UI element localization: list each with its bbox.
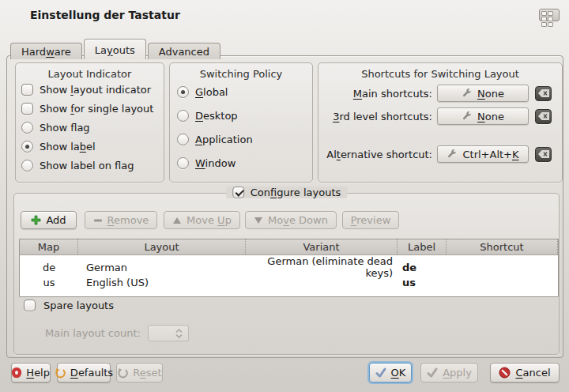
undo-icon-disabled xyxy=(117,368,128,379)
spinner-arrows-icon xyxy=(175,328,183,339)
apply-label: Apply xyxy=(443,367,472,379)
tab-hardware[interactable]: Hardware xyxy=(10,43,82,59)
wrench-icon xyxy=(447,149,458,160)
shortcuts-group: Shortcuts for Switching Layout Main shor… xyxy=(318,62,563,183)
radio-selected[interactable] xyxy=(21,141,33,153)
tab-advanced[interactable]: Advanced xyxy=(148,43,220,59)
keyboard-icon xyxy=(539,9,560,21)
wrench-icon xyxy=(462,88,473,99)
alternative-shortcut-label: Alternative shortcut: xyxy=(323,149,432,160)
preview-button: Preview xyxy=(342,211,399,229)
check-icon xyxy=(375,368,386,378)
checkbox[interactable] xyxy=(24,300,36,311)
alternative-shortcut-button[interactable]: Ctrl+Alt+K xyxy=(437,145,529,163)
layouts-table: Map Layout Variant Label Shortcut de Ger… xyxy=(19,239,559,297)
page-title: Einstellung der Tastatur xyxy=(30,9,180,21)
main-layout-count-spinner xyxy=(148,325,189,341)
cell-map: us xyxy=(20,277,78,288)
add-button[interactable]: Add xyxy=(21,211,77,229)
radio[interactable] xyxy=(177,134,189,145)
layouts-tab-panel: Layout Indicator Show layout indicator S… xyxy=(6,55,563,358)
defaults-label: Defaults xyxy=(70,367,113,379)
spare-layouts-toggle[interactable]: Spare layouts xyxy=(24,300,114,311)
apply-button: Apply xyxy=(420,363,478,383)
ok-button[interactable]: OK xyxy=(369,363,412,383)
option-label: Global xyxy=(195,86,228,98)
option-label: Application xyxy=(195,134,253,145)
reset-label: Reset xyxy=(133,367,161,379)
check-icon-disabled xyxy=(427,368,438,378)
third-level-shortcuts-button[interactable]: None xyxy=(437,107,529,125)
main-layout-count-label: Main layout count: xyxy=(45,327,141,339)
reset-button: Reset xyxy=(116,363,163,383)
arrow-down-icon xyxy=(254,217,263,224)
layouts-toolbar: Add Remove Move Up xyxy=(14,211,559,230)
option-desktop[interactable]: Desktop xyxy=(171,104,312,127)
clear-shortcut-button[interactable] xyxy=(535,86,552,101)
option-show-flag[interactable]: Show flag xyxy=(16,118,164,137)
option-label: Show for single layout xyxy=(40,103,153,115)
clear-shortcut-button[interactable] xyxy=(535,147,552,162)
keyboard-settings-window: Einstellung der Tastatur Hardware Layout… xyxy=(0,0,569,392)
arrow-up-icon xyxy=(172,217,182,224)
radio[interactable] xyxy=(177,157,189,169)
radio[interactable] xyxy=(21,122,33,134)
configure-layouts-group: Configure layouts Add Remove xyxy=(13,193,560,355)
cancel-label: Cancel xyxy=(515,367,550,379)
group-title: Layout Indicator xyxy=(16,68,164,80)
option-label: Show label on flag xyxy=(40,160,134,172)
shortcut-value: Ctrl+Alt+K xyxy=(462,149,518,160)
radio[interactable] xyxy=(177,110,189,122)
ok-label: OK xyxy=(391,367,406,379)
table-header-row: Map Layout Variant Label Shortcut xyxy=(20,239,558,255)
option-show-label[interactable]: Show label xyxy=(16,137,164,156)
column-header-map[interactable]: Map xyxy=(20,239,78,254)
column-header-variant[interactable]: Variant xyxy=(246,239,398,254)
cell-variant: German (eliminate dead keys) xyxy=(246,255,398,279)
add-label: Add xyxy=(46,214,66,226)
option-label: Window xyxy=(195,157,236,169)
tab-layouts[interactable]: Layouts xyxy=(84,39,146,59)
configure-layouts-toggle[interactable]: Configure layouts xyxy=(226,187,348,198)
option-global[interactable]: Global xyxy=(171,80,312,104)
move-down-label: Move Down xyxy=(268,214,328,226)
table-row[interactable]: de German German (eliminate dead keys) d… xyxy=(20,255,558,273)
help-label: Help xyxy=(26,367,50,379)
column-header-label[interactable]: Label xyxy=(398,239,447,254)
option-label: Show label xyxy=(40,141,96,153)
tab-bar: Hardware Layouts Advanced xyxy=(10,39,222,59)
minus-icon xyxy=(93,216,103,225)
move-down-button: Move Down xyxy=(245,211,337,229)
main-shortcuts-button[interactable]: None xyxy=(437,85,529,102)
cell-layout: German xyxy=(78,262,246,273)
undo-icon xyxy=(55,368,66,379)
checkbox[interactable] xyxy=(21,103,33,115)
checkbox-checked[interactable] xyxy=(232,187,244,198)
shortcut-value: None xyxy=(477,88,504,100)
radio-selected[interactable] xyxy=(177,86,189,98)
layout-indicator-group: Layout Indicator Show layout indicator S… xyxy=(15,62,164,183)
switching-policy-group: Switching Policy Global Desktop Applicat… xyxy=(169,62,313,183)
option-show-for-single-layout[interactable]: Show for single layout xyxy=(16,99,164,118)
column-header-layout[interactable]: Layout xyxy=(78,239,246,254)
option-label: Desktop xyxy=(195,110,238,122)
defaults-button[interactable]: Defaults xyxy=(57,363,111,383)
radio[interactable] xyxy=(21,160,33,172)
plus-icon xyxy=(31,215,41,225)
cancel-button[interactable]: Cancel xyxy=(490,363,560,383)
option-show-label-on-flag[interactable]: Show label on flag xyxy=(16,156,164,175)
wrench-icon xyxy=(462,111,473,122)
option-label: Show layout indicator xyxy=(40,84,151,96)
clear-shortcut-button[interactable] xyxy=(535,109,552,124)
remove-button: Remove xyxy=(85,211,157,229)
column-header-shortcut[interactable]: Shortcut xyxy=(447,239,558,254)
help-button[interactable]: Help xyxy=(11,363,51,383)
help-icon xyxy=(12,368,21,378)
option-window[interactable]: Window xyxy=(171,151,312,175)
option-show-layout-indicator[interactable]: Show layout indicator xyxy=(16,80,164,99)
cancel-icon xyxy=(499,367,511,379)
option-application[interactable]: Application xyxy=(171,127,312,151)
checkbox[interactable] xyxy=(21,84,33,96)
move-up-button: Move Up xyxy=(164,211,240,229)
option-label: Show flag xyxy=(40,122,90,134)
